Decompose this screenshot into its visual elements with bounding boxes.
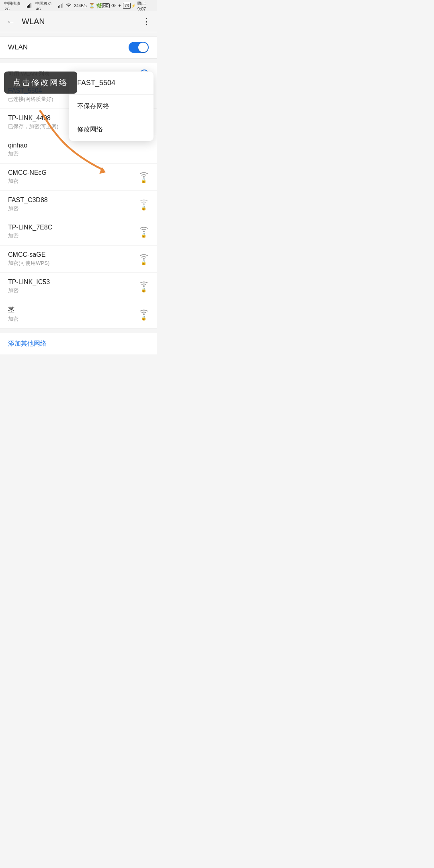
svg-point-12 — [143, 285, 145, 287]
wifi-signal-tplink-ic53: 🔒 — [139, 280, 149, 293]
network-item-fast-c3d88[interactable]: FAST_C3D88 加密 🔒 — [0, 191, 157, 218]
network-name-tplink7e8c: TP-LINK_7E8C — [8, 224, 139, 231]
network-info-qinhao: qinhao 加密 — [8, 142, 149, 158]
network-list-section: 可用 WLAN 列表 FAST_5504 已连接(网络质量好) TP-LINK_… — [0, 63, 157, 329]
network-status-fast-c3d88: 加密 — [8, 205, 139, 212]
network-name-fast-c3d88: FAST_C3D88 — [8, 197, 139, 204]
network-status-cmcc-necg: 加密 — [8, 178, 139, 185]
network-item-tplink4498[interactable]: TP-LINK_4498 已保存，加密(可上网) — [0, 109, 157, 136]
svg-rect-1 — [28, 5, 29, 8]
network-info-cmcc-necg: CMCC-NEcG 加密 — [8, 169, 139, 185]
network-status-cmcc-sage: 加密(可使用WPS) — [8, 260, 139, 267]
signal-icon2 — [58, 3, 64, 8]
network-status-tplink-ic53: 加密 — [8, 287, 139, 294]
eye-icon: 👁 — [111, 3, 116, 8]
network-status-jing: 加密 — [8, 315, 139, 323]
carrier2-text: 中国移动 — [35, 1, 51, 6]
back-button[interactable]: ← — [6, 16, 15, 27]
time-label: 晚上9:07 — [137, 0, 153, 11]
battery-indicator: 73 ⚡ — [123, 3, 136, 9]
svg-rect-3 — [31, 3, 31, 8]
toolbar: ← WLAN ⋮ — [0, 11, 157, 32]
wlan-toggle-switch[interactable] — [129, 42, 149, 53]
wlan-toggle-label: WLAN — [8, 43, 28, 51]
network-info-fast5504: FAST_5504 已连接(网络质量好) — [8, 87, 139, 103]
lock-icon-tplink7e8c: 🔒 — [141, 233, 147, 238]
add-network-button[interactable]: 添加其他网络 — [8, 340, 47, 347]
network-info-tplink-ic53: TP-LINK_IC53 加密 — [8, 278, 139, 294]
lock-icon-fast-c3d88: 🔒 — [141, 205, 147, 211]
battery-level: 73 — [123, 3, 131, 9]
wifi-status-icon — [66, 3, 72, 8]
svg-point-8 — [143, 176, 145, 178]
network2-text: 4G — [36, 7, 41, 11]
network-status-qinhao: 加密 — [8, 150, 149, 158]
svg-rect-5 — [59, 5, 60, 8]
wifi-signal-cmcc-necg: 🔒 — [139, 171, 149, 183]
carrier2-label: 中国移动 4G — [35, 1, 56, 11]
svg-rect-4 — [58, 6, 59, 8]
status-bar: 中国移动 2G 中国移动 4G — [0, 0, 157, 11]
more-menu-button[interactable]: ⋮ — [142, 16, 150, 27]
network-info-tplink7e8c: TP-LINK_7E8C 加密 — [8, 224, 139, 240]
bluetooth-icon: ✦ — [118, 3, 121, 8]
network-info-fast-c3d88: FAST_C3D88 加密 — [8, 197, 139, 212]
network-info-tplink4498: TP-LINK_4498 已保存，加密(可上网) — [8, 115, 149, 130]
status-left: 中国移动 2G 中国移动 4G — [4, 1, 102, 11]
svg-rect-6 — [61, 4, 61, 8]
network-name-qinhao: qinhao — [8, 142, 149, 149]
hourglass-icon: ⏳ — [89, 3, 95, 8]
svg-point-13 — [143, 313, 145, 315]
network-item-fast5504[interactable]: FAST_5504 已连接(网络质量好) — [0, 82, 157, 109]
add-network-section: 添加其他网络 — [0, 333, 157, 354]
lock-icon-cmcc-necg: 🔒 — [141, 178, 147, 183]
wifi-signal-fast-c3d88: 🔒 — [139, 198, 149, 211]
wlan-toggle-row: WLAN — [0, 36, 157, 59]
network-name-cmcc-sage: CMCC-saGE — [8, 251, 139, 258]
wifi-signal-tplink7e8c: 🔒 — [139, 225, 149, 238]
section-label: 可用 WLAN 列表 — [8, 70, 50, 78]
network-item-qinhao[interactable]: qinhao 加密 — [0, 136, 157, 164]
svg-rect-0 — [27, 6, 28, 8]
lock-icon-tplink-ic53: 🔒 — [141, 287, 147, 293]
status-right: HD 👁 ✦ 73 ⚡ 晚上9:07 — [102, 0, 153, 11]
lock-icon-cmcc-sage: 🔒 — [141, 260, 147, 265]
network-name-cmcc-necg: CMCC-NEcG — [8, 169, 139, 176]
svg-point-10 — [143, 231, 145, 232]
network-item-jing[interactable]: 茎 加密 🔒 — [0, 300, 157, 329]
loading-spinner — [140, 70, 149, 78]
section-header: 可用 WLAN 列表 — [0, 63, 157, 82]
page-title: WLAN — [22, 17, 142, 26]
network-info-cmcc-sage: CMCC-saGE 加密(可使用WPS) — [8, 251, 139, 267]
svg-point-11 — [143, 258, 145, 260]
signal-icon1 — [27, 3, 33, 8]
wifi-signal-cmcc-sage: 🔒 — [139, 253, 149, 265]
network-status-fast5504: 已连接(网络质量好) — [8, 96, 139, 103]
svg-rect-2 — [29, 4, 30, 8]
network-item-cmcc-sage[interactable]: CMCC-saGE 加密(可使用WPS) 🔒 — [0, 246, 157, 273]
charging-icon: ⚡ — [131, 4, 136, 8]
network-name-tplink4498: TP-LINK_4498 — [8, 115, 149, 122]
network-name-fast5504: FAST_5504 — [8, 87, 139, 94]
wifi-signal-jing: 🔒 — [139, 308, 149, 321]
carrier1-text: 中国移动 — [4, 1, 20, 6]
network-status-tplink7e8c: 加密 — [8, 232, 139, 240]
network-list: FAST_5504 已连接(网络质量好) TP-LINK_4498 已保存，加密… — [0, 82, 157, 329]
svg-rect-7 — [62, 3, 63, 8]
lock-icon-jing: 🔒 — [141, 315, 147, 321]
network-name-tplink-ic53: TP-LINK_IC53 — [8, 278, 139, 286]
network-item-cmcc-necg[interactable]: CMCC-NEcG 加密 🔒 — [0, 164, 157, 191]
network-name-jing: 茎 — [8, 306, 139, 314]
network-item-tplink-ic53[interactable]: TP-LINK_IC53 加密 🔒 — [0, 273, 157, 300]
svg-point-9 — [143, 203, 145, 205]
hd-badge: HD — [102, 3, 110, 8]
carrier1-label: 中国移动 2G — [4, 1, 25, 11]
network1-text: 2G — [5, 7, 10, 11]
network-info-jing: 茎 加密 — [8, 306, 139, 323]
game-icon: 🌿 — [96, 3, 102, 8]
speed-label: 344B/s — [74, 4, 87, 8]
wifi-signal-fast5504 — [139, 92, 149, 99]
network-status-tplink4498: 已保存，加密(可上网) — [8, 123, 149, 130]
network-item-tplink7e8c[interactable]: TP-LINK_7E8C 加密 🔒 — [0, 218, 157, 246]
